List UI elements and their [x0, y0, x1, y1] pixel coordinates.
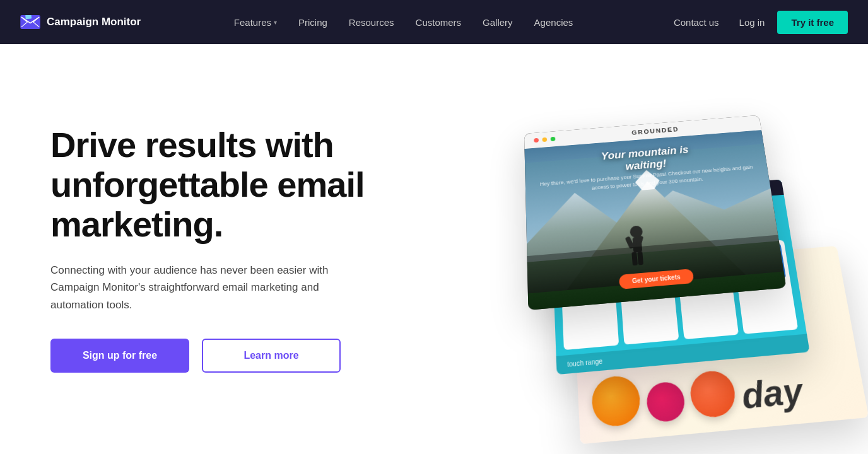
- nav-gallery[interactable]: Gallery: [474, 12, 522, 33]
- email-stack: day Featured Products Discover our touch…: [476, 91, 860, 439]
- nav-agencies[interactable]: Agencies: [525, 12, 582, 33]
- macaron-red: [688, 370, 737, 419]
- nav-right: Contact us Log in Try it free: [666, 11, 848, 34]
- email-card-top: GROUNDED: [524, 115, 786, 310]
- macaron-orange: [591, 375, 642, 429]
- nav-customers[interactable]: Customers: [407, 12, 471, 33]
- svg-rect-1: [25, 15, 32, 19]
- nav-center: Features ▾ Pricing Resources Customers G…: [225, 12, 582, 33]
- chevron-down-icon: ▾: [274, 19, 277, 26]
- signup-button[interactable]: Sign up for free: [50, 339, 189, 373]
- navbar: Campaign Monitor Features ▾ Pricing Reso…: [0, 0, 868, 44]
- hero-heading: Drive results with unforgettable email m…: [50, 125, 416, 244]
- dot-yellow: [542, 137, 547, 142]
- dot-red: [534, 138, 539, 143]
- logo-text: Campaign Monitor: [47, 16, 141, 28]
- hero-buttons: Sign up for free Learn more: [50, 339, 416, 373]
- hero-right: day Featured Products Discover our touch…: [477, 85, 830, 413]
- contact-link[interactable]: Contact us: [666, 12, 727, 33]
- dot-green: [551, 137, 556, 141]
- mountain-image: Your mountain iswaiting! Hey there, we'd…: [525, 130, 787, 310]
- login-link[interactable]: Log in: [732, 12, 773, 33]
- nav-pricing[interactable]: Pricing: [290, 12, 336, 33]
- nav-features[interactable]: Features ▾: [225, 12, 286, 33]
- hero-section: Drive results with unforgettable email m…: [0, 44, 868, 454]
- try-free-button[interactable]: Try it free: [777, 11, 848, 34]
- logo-icon: [20, 15, 40, 29]
- hero-subheading: Connecting with your audience has never …: [50, 262, 366, 313]
- nav-resources[interactable]: Resources: [340, 12, 403, 33]
- brand-name: GROUNDED: [631, 126, 679, 136]
- learn-more-button[interactable]: Learn more: [202, 339, 341, 373]
- day-text: day: [739, 372, 805, 414]
- macaron-pink: [645, 381, 686, 423]
- hero-left: Drive results with unforgettable email m…: [50, 125, 416, 373]
- logo[interactable]: Campaign Monitor: [20, 15, 141, 29]
